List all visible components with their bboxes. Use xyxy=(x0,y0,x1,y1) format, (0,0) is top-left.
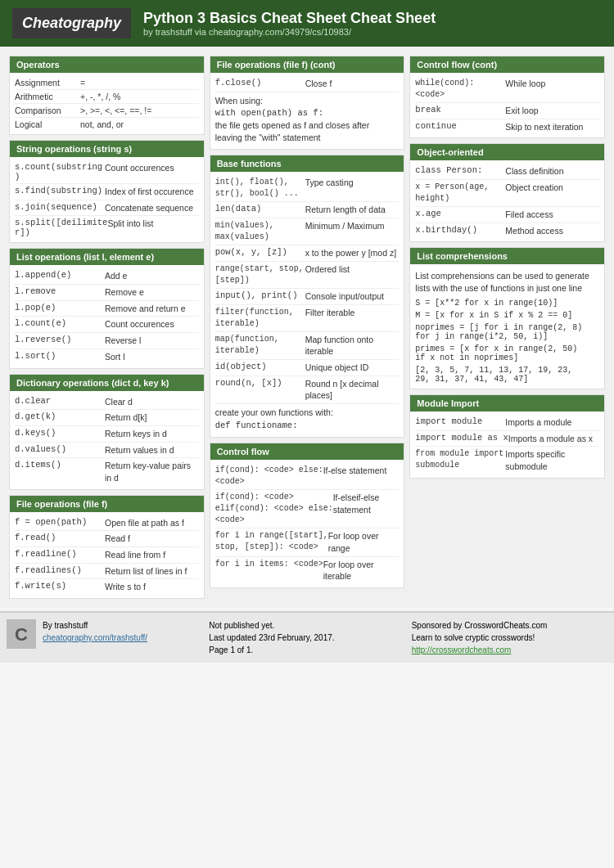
section-module-body: import module Imports a module import mo… xyxy=(410,412,604,478)
cf-ifelseif-val: If-elseif-else statement xyxy=(333,492,400,515)
footer-page: Page 1 of 1. xyxy=(209,644,404,656)
list-item: import module as x Imports a module as x xyxy=(415,431,599,447)
file-note: When using: with open(path) as f: the fi… xyxy=(215,92,400,146)
footer-right: Sponsored by CrosswordCheats.com Learn t… xyxy=(412,619,607,656)
oop-method-key: x.birthday() xyxy=(415,225,505,235)
list-item: d.get(k) Return d[k] xyxy=(15,410,199,426)
section-operators: Operators Assignment = Arithmetic +, -, … xyxy=(9,56,205,135)
footer-updated: Last updated 23rd February, 2017. xyxy=(209,632,404,644)
list-item: l.pop(e) Remove and return e xyxy=(15,301,199,317)
list-item: continue Skip to next iteration xyxy=(415,119,599,135)
cf-ifelseif-key: if(cond): <code>elif(cond): <code> else:… xyxy=(215,492,333,526)
list-item: import module Imports a module xyxy=(415,415,599,431)
footer-author-link[interactable]: cheatography.com/trashstuff/ xyxy=(43,633,147,642)
cf-foriter-key: for i in items: <code> xyxy=(215,559,323,570)
mod-alias-key: import module as x xyxy=(415,433,508,443)
list-reverse-key: l.reverse() xyxy=(15,335,105,344)
footer-sponsor-link[interactable]: http://crosswordcheats.com xyxy=(412,645,512,654)
column-2: File operations (file f) (cont) f.close(… xyxy=(207,53,408,601)
str-split-val: Split into list xyxy=(107,218,153,230)
list-item: from module importsubmodule Imports spec… xyxy=(415,447,599,474)
list-item: f.write(s) Write s to f xyxy=(15,579,199,595)
dict-items-key: d.items() xyxy=(15,460,105,470)
comp-ex2: M = [x for x in S if x % 2 == 0] xyxy=(415,309,599,322)
cf-break-key: break xyxy=(415,105,505,115)
cf-continue-val: Skip to next iteration xyxy=(505,121,583,133)
list-append-key: l.append(e) xyxy=(15,270,105,280)
footer-left-text: By trashstuff cheatography.com/trashstuf… xyxy=(43,619,147,644)
footer: C By trashstuff cheatography.com/trashst… xyxy=(0,611,614,663)
list-item: d.values() Return values in d xyxy=(15,443,199,459)
op-assignment-key: Assignment xyxy=(15,78,80,88)
section-cf-cont-header: Control flow (cont) xyxy=(410,56,604,73)
base-map-val: Map function onto iterable xyxy=(305,334,400,358)
list-item: Logical not, and, or xyxy=(15,118,199,131)
footer-logo-icon: C xyxy=(7,619,36,649)
list-item: f = open(path) Open file at path as f xyxy=(15,515,199,532)
list-sort-key: l.sort() xyxy=(15,351,105,361)
oop-class-val: Class definition xyxy=(505,165,563,178)
cf-foriter-val: For loop over iterable xyxy=(323,559,400,582)
dict-keys-val: Return keys in d xyxy=(105,428,167,440)
section-file-ops-cont: File operations (file f) (cont) f.close(… xyxy=(210,56,405,150)
section-module-import: Module Import import module Imports a mo… xyxy=(409,394,605,479)
list-item: len(data) Return length of data xyxy=(215,202,400,218)
section-file-body: f = open(path) Open file at path as f f.… xyxy=(10,512,204,598)
base-cast-key: int(), float(),str(), bool() ... xyxy=(215,177,305,200)
section-file-cont-header: File operations (file f) (cont) xyxy=(210,56,404,73)
section-comp-header: List comprehensions xyxy=(410,248,604,264)
section-base-funcs: Base functions int(), float(),str(), boo… xyxy=(210,155,405,438)
comp-intro: List comprehensions can be used to gener… xyxy=(415,268,599,296)
base-id-val: Unique object ID xyxy=(305,362,369,374)
main-content: Operators Assignment = Arithmetic +, -, … xyxy=(0,47,614,608)
mod-import-key: import module xyxy=(415,416,505,426)
comp-ex1: S = [x**2 for x in range(10)] xyxy=(415,297,599,309)
footer-middle: Not published yet. Last updated 23rd Feb… xyxy=(209,619,404,656)
list-item: filter(function,iterable) Filter iterabl… xyxy=(215,305,400,332)
header: Cheatography Python 3 Basics Cheat Sheet… xyxy=(0,0,614,47)
list-item: int(), float(),str(), bool() ... Type ca… xyxy=(215,175,400,202)
footer-sponsor-label: Sponsored by CrosswordCheats.com xyxy=(412,619,607,632)
oop-class-key: class Person: xyxy=(415,165,505,175)
str-count-val: Count occurences xyxy=(105,162,174,174)
base-filter-key: filter(function,iterable) xyxy=(215,307,305,330)
dict-items-val: Return key-value pairs in d xyxy=(105,460,199,483)
list-item: d.keys() Return keys in d xyxy=(15,426,199,443)
list-pop-val: Remove and return e xyxy=(105,303,186,315)
base-len-val: Return length of data xyxy=(305,204,386,216)
list-item: input(), print() Console input/output xyxy=(215,289,400,305)
file-close-val: Close f xyxy=(305,78,332,90)
oop-method-val: Method access xyxy=(505,225,563,237)
file-readline-val: Read line from f xyxy=(105,549,165,561)
section-cf-header: Control flow xyxy=(210,443,404,460)
cf-ifelse-val: If-else statement xyxy=(323,465,387,477)
section-cf-cont-body: while(cond):<code> While loop break Exit… xyxy=(410,73,604,137)
list-item: break Exit loop xyxy=(415,103,599,119)
base-range-val: Ordered list xyxy=(305,263,350,276)
op-arithmetic-key: Arithmetic xyxy=(15,92,80,101)
file-write-key: f.write(s) xyxy=(15,581,105,591)
header-text: Python 3 Basics Cheat Sheet Cheat Sheet … xyxy=(143,10,436,37)
file-open-key: f = open(path) xyxy=(15,517,105,527)
base-round-val: Round n [x decimal places] xyxy=(305,378,400,402)
section-file-ops: File operations (file f) f = open(path) … xyxy=(9,495,205,599)
list-item: s.split([deilimiter]) Split into list xyxy=(15,216,199,239)
section-operators-body: Assignment = Arithmetic +, -, *, /, % Co… xyxy=(10,73,204,134)
column-1: Operators Assignment = Arithmetic +, -, … xyxy=(7,53,207,601)
column-3: Control flow (cont) while(cond):<code> W… xyxy=(407,53,607,601)
list-item: l.remove Remove e xyxy=(15,285,199,301)
section-dict-ops: Dictionary operations (dict d, key k) d.… xyxy=(9,374,205,490)
list-item: min(values),max(values) Minimum / Maximu… xyxy=(215,218,400,245)
base-func-note: create your own functions with: def func… xyxy=(215,404,400,434)
base-cast-val: Type casting xyxy=(305,177,354,189)
dict-values-val: Return values in d xyxy=(105,444,174,456)
cf-continue-key: continue xyxy=(415,121,505,131)
footer-left: C By trashstuff cheatography.com/trashst… xyxy=(7,619,202,656)
cf-break-val: Exit loop xyxy=(505,105,538,117)
section-list-comp: List comprehensions List comprehensions … xyxy=(409,247,605,389)
section-file-header: File operations (file f) xyxy=(10,496,204,512)
section-string-ops: String operations (string s) s.count(sub… xyxy=(9,140,205,243)
list-item: d.items() Return key-value pairs in d xyxy=(15,458,199,485)
dict-get-key: d.get(k) xyxy=(15,412,105,421)
op-logical-val: not, and, or xyxy=(80,119,124,129)
